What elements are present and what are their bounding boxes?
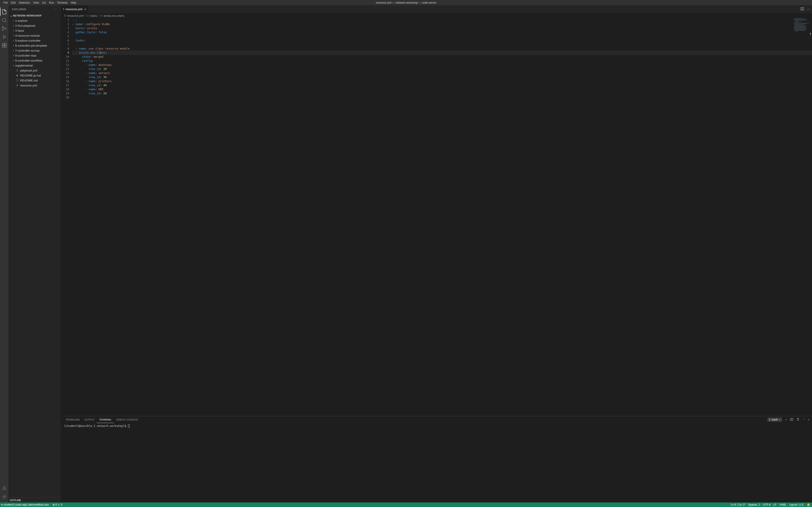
yaml-icon: ! [15,68,19,72]
svg-point-0 [2,18,6,21]
chevron-right-icon: › [11,64,15,67]
close-panel-icon[interactable]: × [808,418,809,421]
svg-rect-6 [2,46,4,47]
workspace-header[interactable]: ⌄ NETWORK-WORKSHOP [8,13,61,18]
chevron-down-icon: ⌄ [9,14,13,17]
terminal-selector[interactable]: 1: bash [767,417,782,422]
yaml-icon: ! [64,14,65,17]
indentation[interactable]: Spaces: 2 [748,503,760,506]
folder-item[interactable]: ›4-resource-module [8,33,61,38]
chevron-right-icon: › [11,29,15,32]
breadcrumb-file[interactable]: resource.yml [67,14,84,17]
folder-item[interactable]: ›6-controller-job-template [8,43,61,48]
chevron-right-icon: › [11,39,15,42]
run-debug-icon[interactable] [0,33,8,41]
sidebar-actions[interactable]: ⋯ [54,8,57,11]
chevron-right-icon: › [11,54,15,57]
folder-item[interactable]: ›2-first-playbook [8,23,61,28]
file-item[interactable]: !playbook.yml [8,68,61,73]
panel-tab-problems[interactable]: PROBLEMS [64,416,82,423]
folder-item[interactable]: ›5-explore-controller [8,38,61,43]
tree-label: 9-controller-workflow [15,59,42,62]
terminal-body[interactable]: [student1@ansible-1 network-workshop]$ [61,423,812,502]
split-terminal-icon[interactable] [790,418,793,421]
menu-run[interactable]: Run [47,1,55,4]
source-control-icon[interactable] [0,24,8,33]
svg-point-9 [4,496,5,497]
account-icon[interactable] [0,484,8,492]
editor[interactable]: 1234567891011121314151617181920 ---- nam… [61,18,812,416]
sidebar: EXPLORER ⋯ ⌄ NETWORK-WORKSHOP ›1-explore… [8,5,61,502]
tree-label: 5-explore-controller [15,39,41,42]
error-icon: ⊗ [53,503,55,506]
breadcrumb-tasks[interactable]: tasks [90,14,97,17]
new-terminal-icon[interactable]: + [785,418,786,421]
cursor-position[interactable]: Ln 9, Col 17 [731,503,745,506]
menu-go[interactable]: Go [41,1,47,4]
code-area[interactable]: ---- name: configure VLANs hosts: arista… [72,18,812,416]
workspace-name: NETWORK-WORKSHOP [13,14,42,17]
chevron-right-icon: › [85,14,86,17]
extensions-icon[interactable] [0,41,8,49]
breadcrumb-symbol[interactable]: arista.eos.vlans [104,14,124,17]
menu-selection[interactable]: Selection [17,1,32,4]
folder-item[interactable]: ›1-explore [8,18,61,23]
terminal-prompt: [student1@ansible-1 network-workshop]$ [64,425,128,428]
menu-view[interactable]: View [32,1,41,4]
menu-terminal[interactable]: Terminal [55,1,69,4]
notifications-icon[interactable]: 🔔 [807,503,810,506]
svg-point-3 [5,28,6,29]
problems-status[interactable]: ⊗ 0 ⚠ 0 [53,503,62,506]
tree-label: README.ja.md [20,74,41,77]
panel-tab-terminal[interactable]: TERMINAL [97,416,114,423]
breadcrumbs[interactable]: ! resource.yml › [∘] tasks › [∘] arista.… [61,13,812,18]
chevron-right-icon: › [98,14,99,17]
file-item[interactable]: ⓘREADME.md [8,78,61,83]
terminal-cursor [128,425,130,428]
manage-icon[interactable] [0,492,8,501]
panel: PROBLEMS OUTPUT TERMINAL DEBUG CONSOLE 1… [61,416,812,502]
info-icon: ⓘ [15,78,19,82]
folder-item[interactable]: ›9-controller-workflow [8,58,61,63]
svg-point-2 [2,29,3,30]
split-editor-icon[interactable] [801,7,804,11]
chevron-right-icon: › [11,59,15,62]
search-icon[interactable] [0,16,8,24]
tab-resource-yml[interactable]: ! resource.yml × [61,5,89,13]
tree-label: README.md [20,79,38,82]
explorer-icon[interactable] [0,7,8,16]
folder-item[interactable]: ›3-facts [8,28,61,33]
chevron-right-icon: › [11,34,15,37]
tabs-bar: ! resource.yml × ⋯ [61,5,812,13]
file-item[interactable]: !resource.yml [8,83,61,88]
kill-terminal-icon[interactable] [796,418,800,421]
menu-help[interactable]: Help [69,1,78,4]
remote-indicator[interactable]: ⇋ student1-code.sep1.demoredhat.com [0,503,50,506]
folder-item[interactable]: ›8-controller-rbac [8,53,61,58]
svg-rect-7 [5,46,6,47]
maximize-panel-icon[interactable]: ⌃ [803,418,805,421]
panel-tab-output[interactable]: OUTPUT [82,416,97,423]
language-mode[interactable]: YAML [779,503,786,506]
remote-host: student1-code.sep1.demoredhat.com [4,503,49,506]
encoding[interactable]: UTF-8 [763,503,770,506]
file-item[interactable]: ❖README.ja.md [8,73,61,78]
more-actions-icon[interactable]: ⋯ [807,7,810,11]
minimap[interactable] [791,18,809,27]
eol[interactable]: LF [773,503,776,506]
symbol-icon: [∘] [87,14,90,17]
folder-item[interactable]: ›supplemental [8,63,61,68]
keyboard-layout[interactable]: Layout: U.S. [789,503,804,506]
panel-tab-debug[interactable]: DEBUG CONSOLE [114,416,140,423]
menu-edit[interactable]: Edit [9,1,17,4]
menu-file[interactable]: File [2,1,9,4]
chevron-right-icon: › [11,49,15,52]
tree-label: 6-controller-job-template [15,44,47,47]
folder-item[interactable]: ›7-controller-survey [8,48,61,53]
menu-bar: File Edit Selection View Go Run Terminal… [2,1,78,4]
close-icon[interactable]: × [84,7,86,11]
outline-header[interactable]: › OUTLINE [8,498,61,502]
tab-label: resource.yml [65,7,82,11]
tree-label: 7-controller-survey [15,49,40,52]
sidebar-title: EXPLORER [12,8,26,11]
